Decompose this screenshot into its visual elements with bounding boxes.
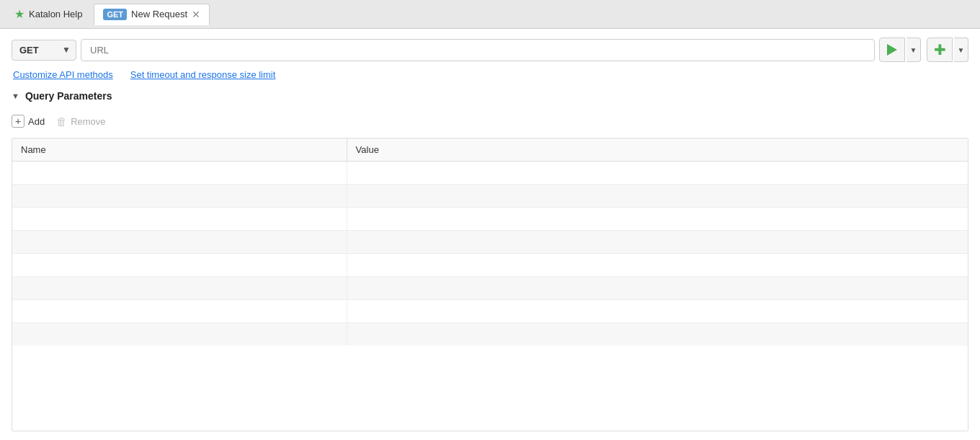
param-name-input[interactable]: [21, 214, 338, 224]
table-row: [12, 323, 968, 346]
add-plus-icon: ✚: [934, 43, 946, 57]
col-header-value: Value: [347, 138, 968, 162]
add-button[interactable]: ✚: [927, 38, 953, 62]
tab-bar: ★ Katalon Help GET New Request ✕: [0, 0, 980, 29]
param-value-cell[interactable]: [347, 323, 968, 346]
table-row: [12, 231, 968, 254]
param-name-input[interactable]: [21, 329, 338, 340]
param-value-input[interactable]: [356, 329, 959, 340]
customize-api-methods-link[interactable]: Customize API methods: [13, 69, 113, 80]
star-icon: ★: [14, 7, 24, 21]
param-name-cell[interactable]: [12, 162, 347, 185]
param-name-input[interactable]: [21, 260, 338, 270]
add-param-icon: +: [12, 115, 24, 128]
run-dropdown-arrow-icon: ▼: [910, 46, 917, 54]
param-value-input[interactable]: [356, 260, 959, 270]
params-toolbar: + Add 🗑 Remove: [12, 112, 968, 131]
url-input[interactable]: [81, 39, 875, 61]
table-row: [12, 185, 968, 208]
query-params-header: ▼ Query Parameters: [12, 87, 968, 105]
collapse-icon[interactable]: ▼: [12, 92, 19, 100]
tab-katalon-help[interactable]: ★ Katalon Help: [6, 3, 91, 25]
param-name-input[interactable]: [21, 190, 338, 201]
col-header-name: Name: [12, 138, 347, 162]
remove-param-label: Remove: [71, 116, 105, 127]
run-button[interactable]: [879, 38, 905, 62]
param-value-input[interactable]: [356, 214, 959, 224]
section-title: Query Parameters: [25, 90, 112, 102]
set-timeout-link[interactable]: Set timeout and response size limit: [130, 69, 276, 80]
remove-param-button[interactable]: 🗑 Remove: [56, 115, 105, 128]
param-name-input[interactable]: [21, 237, 338, 247]
tab-method-badge: GET: [103, 9, 127, 20]
katalon-tab-label: Katalon Help: [29, 9, 82, 19]
param-name-cell[interactable]: [12, 277, 347, 300]
param-value-cell[interactable]: [347, 208, 968, 231]
param-value-input[interactable]: [356, 167, 959, 178]
table-row: [12, 208, 968, 231]
param-value-input[interactable]: [356, 283, 959, 294]
param-name-input[interactable]: [21, 306, 338, 317]
param-value-input[interactable]: [356, 237, 959, 247]
add-dropdown-button[interactable]: ▼: [954, 38, 968, 62]
param-name-cell[interactable]: [12, 185, 347, 208]
run-dropdown-button[interactable]: ▼: [906, 38, 921, 62]
trash-icon: 🗑: [56, 115, 67, 128]
add-dropdown-arrow-icon: ▼: [958, 46, 965, 54]
close-tab-icon[interactable]: ✕: [192, 9, 200, 20]
main-content: GET POST PUT DELETE PATCH HEAD OPTIONS ▼…: [0, 29, 980, 440]
add-param-label: Add: [28, 116, 45, 127]
param-value-cell[interactable]: [347, 254, 968, 277]
param-value-cell[interactable]: [347, 231, 968, 254]
param-value-cell[interactable]: [347, 300, 968, 323]
param-name-cell[interactable]: [12, 231, 347, 254]
action-buttons: ▼ ✚ ▼: [879, 38, 968, 62]
param-value-cell[interactable]: [347, 277, 968, 300]
param-name-input[interactable]: [21, 167, 338, 178]
method-select-wrapper: GET POST PUT DELETE PATCH HEAD OPTIONS ▼: [12, 40, 76, 61]
method-select[interactable]: GET POST PUT DELETE PATCH HEAD OPTIONS: [12, 40, 76, 61]
add-param-button[interactable]: + Add: [12, 115, 45, 128]
param-value-cell[interactable]: [347, 162, 968, 185]
param-value-input[interactable]: [356, 190, 959, 201]
links-row: Customize API methods Set timeout and re…: [12, 69, 968, 80]
table-row: [12, 162, 968, 185]
tab-new-request[interactable]: GET New Request ✕: [94, 4, 210, 25]
table-row: [12, 277, 968, 300]
param-name-cell[interactable]: [12, 323, 347, 346]
param-value-cell[interactable]: [347, 185, 968, 208]
request-tab-label: New Request: [131, 9, 187, 19]
url-bar-row: GET POST PUT DELETE PATCH HEAD OPTIONS ▼…: [12, 38, 968, 62]
param-name-cell[interactable]: [12, 254, 347, 277]
param-name-input[interactable]: [21, 283, 338, 294]
table-row: [12, 300, 968, 323]
params-table: Name Value: [12, 138, 968, 431]
run-icon: [887, 44, 897, 56]
param-value-input[interactable]: [356, 306, 959, 317]
param-name-cell[interactable]: [12, 208, 347, 231]
param-name-cell[interactable]: [12, 300, 347, 323]
table-row: [12, 254, 968, 277]
